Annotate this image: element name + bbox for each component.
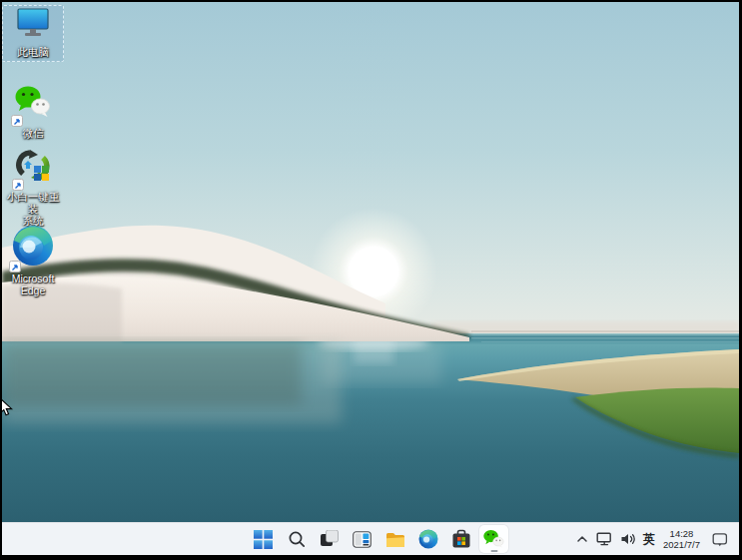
widgets-button[interactable] — [348, 525, 376, 553]
desktop-icon-label: 此电脑 — [17, 46, 49, 58]
widgets-icon — [353, 531, 371, 548]
wechat-icon — [482, 529, 505, 550]
this-pc-icon — [16, 8, 50, 44]
file-explorer-button[interactable] — [380, 525, 409, 553]
store-button[interactable] — [446, 525, 475, 553]
volume-tray-icon[interactable] — [620, 532, 636, 546]
edge-icon — [12, 225, 54, 271]
running-app-indicator — [490, 550, 497, 553]
folder-icon — [385, 531, 405, 548]
edge-taskbar-button[interactable] — [413, 525, 442, 553]
search-button[interactable] — [282, 525, 311, 553]
edge-icon — [418, 529, 438, 549]
desktop-icon-label: Microsoft Edge — [12, 273, 55, 296]
system-tray: 英 14:28 2021/7/7 — [575, 523, 739, 555]
vm-desktop-capture: { "wallpaper": { "description": "Windows… — [0, 0, 742, 560]
notification-bubble-icon — [712, 532, 728, 547]
shortcut-arrow-icon — [12, 179, 24, 191]
wechat-icon — [14, 85, 52, 125]
taskbar-center-buttons — [249, 523, 508, 555]
shortcut-arrow-icon — [11, 115, 23, 127]
clock-time: 14:28 — [670, 528, 694, 540]
hidden-icons-chevron[interactable] — [575, 533, 589, 545]
notification-center-button[interactable] — [712, 532, 728, 547]
desktop-icon-label: 微信 — [23, 127, 44, 139]
desktop-icon-xiaobai-reinstall[interactable]: 小白一键重装 系统 — [2, 146, 64, 231]
shortcut-arrow-icon — [9, 261, 21, 273]
ethernet-network-icon — [596, 532, 613, 546]
task-view-icon — [321, 530, 339, 548]
search-icon — [288, 530, 306, 548]
task-view-button[interactable] — [315, 525, 344, 553]
desktop-icon-edge[interactable]: Microsoft Edge — [2, 222, 64, 300]
wechat-taskbar-button[interactable] — [479, 525, 508, 553]
desktop-icon-this-pc[interactable]: 此电脑 — [2, 5, 64, 62]
desktop-icon-wechat[interactable]: 微信 — [2, 82, 64, 143]
chevron-up-icon — [575, 533, 589, 545]
clock[interactable]: 14:28 2021/7/7 — [663, 528, 700, 551]
store-bag-icon — [451, 529, 471, 549]
wallpaper-image — [2, 2, 739, 523]
speaker-icon — [620, 532, 636, 546]
taskbar: 英 14:28 2021/7/7 — [2, 522, 739, 555]
ime-language-indicator[interactable]: 英 — [643, 531, 655, 548]
xiaobai-reinstall-icon — [15, 149, 51, 189]
network-tray-icon[interactable] — [596, 532, 613, 546]
start-button[interactable] — [249, 525, 278, 553]
desktop[interactable]: 此电脑 微信 — [2, 2, 739, 555]
clock-date: 2021/7/7 — [663, 539, 700, 551]
windows-logo-icon — [254, 530, 273, 549]
